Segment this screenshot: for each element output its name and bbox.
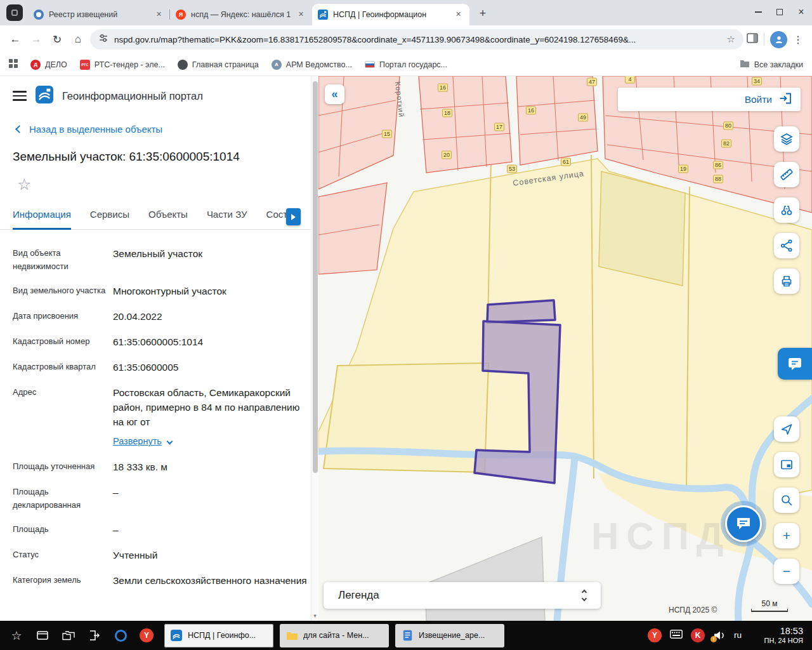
login-bar[interactable]: Войти: [618, 88, 801, 111]
locate-tool-button[interactable]: [774, 416, 799, 442]
tab-objects[interactable]: Объекты: [148, 209, 188, 229]
window-maximize-button[interactable]: [769, 0, 790, 24]
tab-close-icon[interactable]: ×: [296, 10, 306, 20]
bookmark-arm[interactable]: А АРМ Ведомство...: [272, 60, 352, 70]
taskbar-yandex-icon[interactable]: Y: [135, 624, 158, 647]
bookmark-favicon: Д: [30, 60, 41, 70]
layers-tool-button[interactable]: [774, 126, 799, 152]
bookmark-label: ДЕЛО: [45, 60, 67, 69]
nav-reload-icon[interactable]: ↻: [48, 30, 66, 48]
hamburger-menu-icon[interactable]: [13, 91, 27, 100]
layers-icon: [780, 132, 794, 146]
ruler-icon: [780, 168, 794, 182]
object-title: Земельный участок: 61:35:0600005:1014: [0, 135, 311, 164]
favorite-star-icon[interactable]: ☆: [0, 164, 311, 194]
field-row: Категория земельЗемли сельскохозяйственн…: [13, 573, 307, 588]
nav-back-icon[interactable]: ←: [6, 30, 24, 48]
scale-line: [751, 609, 788, 612]
share-tool-button[interactable]: [774, 233, 799, 258]
tray-k-icon[interactable]: K: [691, 628, 705, 642]
bookmark-rts[interactable]: РТС РТС-тендер - эле...: [80, 60, 165, 70]
system-tray: Y K ! ru 18:53 ПН, 24 НОЯ: [648, 626, 807, 646]
scale-label: 50 м: [762, 599, 778, 608]
magnifier-icon: [780, 493, 794, 507]
panel-tabs: Информация Сервисы Объекты Части ЗУ Сост…: [0, 194, 311, 230]
bookmarks-bar: Д ДЕЛО РТС РТС-тендер - эле... Главная с…: [0, 53, 812, 76]
taskbar-window-icon[interactable]: [31, 624, 54, 647]
tab-information[interactable]: Информация: [13, 209, 71, 230]
apps-grid-icon[interactable]: [9, 59, 18, 70]
browser-tab-registry[interactable]: Реестр извещений ×: [28, 4, 170, 25]
bookmark-gosportal[interactable]: Портал государс...: [365, 60, 447, 69]
nav-home-icon[interactable]: ⌂: [69, 30, 87, 48]
nav-forward-icon[interactable]: →: [27, 30, 45, 48]
tab-parts[interactable]: Части ЗУ: [207, 209, 247, 229]
browser-menu-icon[interactable]: ⋮: [790, 34, 806, 46]
task-window-nspd[interactable]: НСПД | Геоинфо...: [164, 624, 273, 647]
tab-close-icon[interactable]: ×: [453, 10, 464, 20]
collapse-panel-button[interactable]: «: [325, 84, 344, 104]
chat-assistant-button[interactable]: [725, 505, 762, 542]
tray-volume-icon[interactable]: !: [713, 630, 726, 640]
map-area[interactable]: Короткий Советская улица 161815172016536…: [318, 76, 812, 621]
bookmark-delo[interactable]: Д ДЕЛО: [30, 60, 67, 70]
field-row-address: Адрес Ростовская область, Семикаракорски…: [13, 385, 307, 449]
task-icon-document: [401, 629, 414, 642]
taskbar-browser-icon[interactable]: [109, 624, 132, 647]
taskbar-clock[interactable]: 18:53 ПН, 24 НОЯ: [750, 626, 803, 646]
all-bookmarks-button[interactable]: Все закладки: [740, 60, 803, 70]
field-row: Вид земельного участкаМногоконтурный уча…: [13, 284, 307, 298]
panel-scrollbar[interactable]: ▾: [311, 76, 318, 621]
url-text[interactable]: nspd.gov.ru/map?thematic=PKK&zoom=16.838…: [114, 35, 721, 44]
share-icon: [780, 239, 794, 253]
bookmark-star-icon[interactable]: ☆: [727, 34, 735, 45]
profile-avatar[interactable]: [770, 31, 787, 48]
new-tab-button[interactable]: +: [474, 4, 492, 22]
task-window-document[interactable]: Извещение_аре...: [395, 624, 504, 647]
mini-map-tool-button[interactable]: [774, 452, 799, 477]
measure-tool-button[interactable]: [774, 162, 799, 187]
print-tool-button[interactable]: [774, 269, 799, 294]
browser-tab-nspd[interactable]: НСПД | Геоинформацион ×: [312, 4, 469, 25]
russia-flag-icon: [365, 61, 375, 68]
scrollbar-thumb[interactable]: [313, 81, 318, 473]
browser-tab-yandex[interactable]: Я нспд — Яндекс: нашёлся 1 ×: [170, 4, 312, 25]
legend-bar[interactable]: Легенда: [324, 582, 601, 609]
task-title: НСПД | Геоинфо...: [188, 631, 256, 640]
window-close-button[interactable]: ×: [790, 0, 812, 24]
printer-icon: [780, 274, 794, 288]
side-panel-icon[interactable]: [747, 33, 758, 46]
feedback-tab-button[interactable]: [778, 348, 812, 380]
window-controls: ×: [747, 0, 812, 24]
taskbar-logout-icon[interactable]: [83, 624, 106, 647]
field-row: Кадастровый квартал61:35:0600005: [13, 360, 307, 375]
tray-keyboard-icon[interactable]: [670, 630, 683, 641]
login-icon: [779, 93, 792, 107]
browser-logo-icon[interactable]: [6, 4, 23, 21]
site-info-icon[interactable]: [98, 33, 108, 46]
task-icon-nspd: [170, 629, 183, 642]
map-copyright: НСПД 2025 ©: [669, 606, 717, 614]
bookmark-homepage[interactable]: Главная страница: [178, 60, 259, 70]
taskbar-favorites-icon[interactable]: ☆: [5, 624, 28, 647]
zoom-in-button[interactable]: +: [774, 523, 799, 548]
overview-tool-button[interactable]: [774, 197, 799, 223]
portal-logo-icon: [36, 86, 53, 106]
zoom-out-button[interactable]: −: [774, 559, 799, 584]
search-map-tool-button[interactable]: [774, 488, 799, 513]
tab-services[interactable]: Сервисы: [90, 209, 129, 229]
language-indicator[interactable]: ru: [734, 630, 742, 640]
taskbar-explorer-icon[interactable]: [57, 624, 80, 647]
tab-close-icon[interactable]: ×: [154, 10, 164, 20]
window-minimize-button[interactable]: [747, 0, 769, 24]
parcel-number: 88: [713, 175, 723, 183]
legend-expander-icon[interactable]: [582, 590, 586, 600]
url-omnibox[interactable]: nspd.gov.ru/map?thematic=PKK&zoom=16.838…: [90, 29, 743, 50]
tabs-next-button[interactable]: [286, 208, 301, 225]
task-window-folder[interactable]: для сайта - Мен...: [280, 624, 389, 647]
tray-yandex-icon[interactable]: Y: [648, 628, 662, 642]
back-to-selected-link[interactable]: Назад в выделенные объекты: [0, 111, 311, 135]
scrollbar-down-icon[interactable]: ▾: [311, 613, 318, 619]
back-link-label: Назад в выделенные объекты: [29, 124, 162, 135]
expand-address-link[interactable]: Развернуть: [113, 434, 172, 449]
